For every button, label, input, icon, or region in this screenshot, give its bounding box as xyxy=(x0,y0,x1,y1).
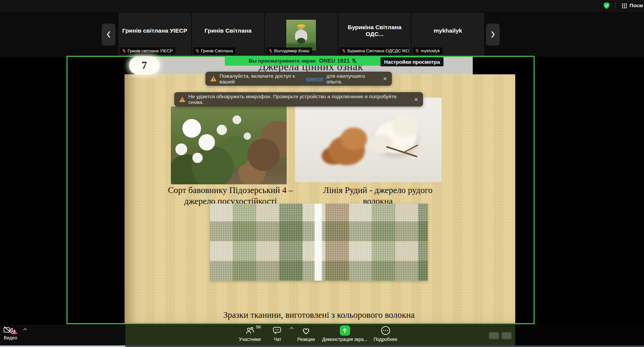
watermelon xyxy=(297,38,305,44)
participants-icon xyxy=(245,326,255,335)
warning-icon: ! xyxy=(179,97,185,102)
participant-tag-label: Володимир Книш xyxy=(274,49,309,53)
share-screen-icon xyxy=(340,325,350,336)
notification-text: Пожалуйста, включите доступ к вашей xyxy=(219,73,303,85)
mic-muted-icon xyxy=(415,49,419,53)
reactions-button[interactable]: Реакции xyxy=(291,325,321,342)
view-menu-button[interactable]: Посм xyxy=(630,3,643,8)
more-button[interactable]: Подробнее xyxy=(370,325,401,342)
participant-tag-label: Гринів світлана УІЕСР xyxy=(128,49,173,53)
heart-icon xyxy=(301,327,311,335)
white-fiber xyxy=(392,115,418,137)
video-button[interactable]: ! xyxy=(3,325,33,335)
viewing-text: Вы просматриваете экран xyxy=(249,58,316,64)
participant-name-tag: mykhailyk xyxy=(413,47,442,54)
microphone-notification: ! Не удается обнаружить микрофон. Провер… xyxy=(174,92,423,107)
participant-display-name: Гринів Світлана xyxy=(192,13,264,49)
close-icon[interactable]: × xyxy=(380,75,387,82)
white-fiber xyxy=(369,134,393,154)
participant-display-name: Бурикіна Світлана ОДС... xyxy=(338,13,411,49)
mic-muted-icon xyxy=(122,49,126,53)
cotton-plant-photo xyxy=(171,107,287,184)
more-ellipsis-icon xyxy=(381,326,390,335)
chat-label: Чат xyxy=(274,337,281,342)
notification-text: для наилучшего опыта. xyxy=(327,73,377,85)
top-system-bar xyxy=(0,0,644,11)
toolbar-right-panel xyxy=(515,325,644,345)
topbar-divider xyxy=(615,3,616,9)
chat-button[interactable]: Чат xyxy=(266,325,289,342)
brown-fiber xyxy=(341,127,367,150)
participant-display-name: mykhailyk xyxy=(412,13,484,49)
filmstrip-prev-button[interactable] xyxy=(102,24,115,46)
more-label: Подробнее xyxy=(374,337,397,342)
meeting-window: Посм Гринів світлана УІЕСР Гринів світла… xyxy=(0,0,644,347)
close-icon[interactable]: × xyxy=(411,96,418,103)
participant-tile[interactable]: Бурикіна Світлана ОДС... Бурикіна Світла… xyxy=(338,13,411,56)
video-options-chevron-icon[interactable] xyxy=(23,328,27,331)
participants-label: Участники xyxy=(239,337,260,342)
participant-tag-label: mykhailyk xyxy=(421,49,440,53)
participant-tile[interactable]: mykhailyk mykhailyk xyxy=(412,13,484,56)
chevron-right-icon xyxy=(490,30,496,39)
share-screen-label: Демонстрация экра... xyxy=(322,337,367,342)
bottom-edge-strip xyxy=(125,345,644,347)
letterbox-right xyxy=(515,57,534,323)
video-button-label: Видео xyxy=(4,335,17,341)
fullscreen-icon[interactable] xyxy=(502,332,511,339)
participant-tile[interactable]: Гринів Світлана Гринів Світлана xyxy=(192,13,264,56)
chat-icon xyxy=(273,326,283,335)
screen-viewing-banner: Вы просматриваете экран ONEU 1921 xyxy=(225,56,380,66)
share-screen-button[interactable]: Демонстрация экра... xyxy=(322,325,368,342)
presenter-name: ONEU 1921 xyxy=(319,58,350,64)
participants-button[interactable]: 56 Участники xyxy=(235,325,265,342)
letterbox-left xyxy=(68,57,125,323)
participant-video-frame xyxy=(286,20,316,50)
caption-bottom: Зразки тканини, виготовлені з кольоровог… xyxy=(197,309,440,320)
header-black-right xyxy=(473,57,515,74)
camera-off-icon xyxy=(3,326,14,334)
camera-permission-notification: ! Пожалуйста, включите доступ к вашей ка… xyxy=(205,72,392,86)
participant-display-name: Гринів світлана УІЕСР xyxy=(118,13,191,49)
mic-muted-icon xyxy=(195,49,199,53)
presenter-mic-muted-icon xyxy=(352,58,357,63)
plaid-fabric-photo xyxy=(210,204,428,281)
filmstrip-next-button[interactable] xyxy=(486,24,500,46)
security-shield-icon[interactable] xyxy=(603,2,610,9)
participant-name-tag: Володимир Книш xyxy=(267,47,312,54)
chevron-left-icon xyxy=(106,30,111,39)
notification-text: Не удается обнаружить микрофон. Проверьт… xyxy=(188,94,408,105)
fabric-white-stripe xyxy=(315,204,322,281)
bottom-edge-strip xyxy=(0,345,125,347)
participant-name-tag: Гринів світлана УІЕСР xyxy=(120,47,175,54)
view-grid-icon xyxy=(622,3,627,8)
warning-icon: ! xyxy=(210,76,216,82)
reactions-label: Реакции xyxy=(297,337,315,342)
participant-name-tag: Бурикіна Світлана ОДСДС ІКО... xyxy=(340,47,409,54)
slide-number-badge: 7 xyxy=(129,57,159,74)
gallery-view-icon[interactable] xyxy=(489,332,499,339)
participant-tag-label: Гринів Світлана xyxy=(201,49,233,53)
view-settings-button[interactable]: Настройки просмотра xyxy=(380,57,444,66)
participant-tile-video[interactable]: Володимир Книш xyxy=(265,13,338,56)
mic-muted-icon xyxy=(342,49,346,53)
cotton-fiber-photo xyxy=(295,98,442,182)
participant-name-tag: Гринів Світлана xyxy=(193,47,235,54)
camera-link[interactable]: камере xyxy=(306,76,324,82)
participants-count: 56 xyxy=(256,325,261,329)
participant-tile[interactable]: Гринів світлана УІЕСР Гринів світлана УІ… xyxy=(118,13,191,56)
mic-muted-icon xyxy=(268,49,273,53)
participant-tag-label: Бурикіна Світлана ОДСДС ІКО... xyxy=(347,49,409,53)
